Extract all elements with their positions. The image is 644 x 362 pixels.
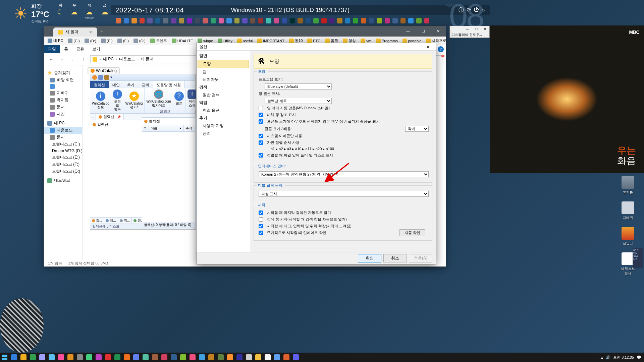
ribbon-tab-add[interactable]: 추가 — [123, 81, 138, 88]
minimize-button[interactable]: — — [463, 26, 472, 32]
taskbar-app[interactable] — [169, 353, 178, 362]
menu-view[interactable]: 보기 — [88, 46, 104, 52]
col-name[interactable]: 이름▲ — [149, 125, 184, 131]
taskbar-app[interactable] — [66, 353, 75, 362]
nav-item[interactable]: 다운로드 — [44, 127, 82, 134]
nav-item[interactable]: 로컬디스크 (C:) — [44, 141, 82, 148]
add-tab-button[interactable]: + — [97, 28, 107, 34]
menu-home[interactable]: 홈 — [60, 46, 72, 52]
maximize-button[interactable]: ☐ — [416, 26, 431, 36]
taskbar-app[interactable] — [207, 353, 216, 362]
sortfolder-checkbox[interactable] — [259, 153, 263, 158]
taskbar-app[interactable] — [197, 353, 207, 362]
nav-item-appearance[interactable]: 모양 — [198, 60, 249, 68]
nav-item[interactable]: 문서 — [44, 134, 82, 141]
nav-pc[interactable]: 내 PC — [44, 120, 82, 127]
taskbar-app[interactable] — [38, 353, 47, 362]
col-comment[interactable]: 주석 — [184, 125, 195, 131]
qat-dropdown-icon[interactable]: ▾ — [110, 75, 115, 80]
taskbar-app[interactable] — [178, 353, 188, 362]
bookmark-item[interactable]: 토렌트 — [149, 38, 169, 44]
ribbon-help-button[interactable]: !도움말 항목 — [111, 88, 124, 113]
altrow-checkbox[interactable] — [259, 113, 263, 117]
lastcol-checkbox[interactable] — [259, 210, 263, 215]
taskbar-app[interactable] — [160, 353, 169, 362]
explorer-tab[interactable]: 새 폴더 ✕ — [53, 27, 97, 37]
nav-network[interactable]: 네트워크 — [44, 177, 82, 184]
taskbar-app[interactable] — [122, 353, 131, 362]
bottom-tab[interactable]: 위... — [118, 218, 132, 224]
tray-icon[interactable]: 🔊 — [606, 355, 610, 360]
taskbar-app[interactable] — [75, 353, 85, 362]
ribbon-about-button[interactable]: iWinCatalog 정보 — [90, 88, 111, 113]
close-button[interactable]: ✕ — [481, 26, 489, 32]
fontsize-select[interactable]: 작게 — [405, 126, 429, 132]
language-select[interactable]: Korean 2 (한국어 번역 변형 2) (번역: 김영감™) — [259, 171, 429, 177]
taskbar-app[interactable] — [56, 353, 66, 362]
taskbar-app[interactable] — [28, 353, 38, 362]
notification-icon[interactable]: 💬 — [637, 355, 641, 360]
nav-item-layout[interactable]: 레이아웃 — [197, 76, 250, 83]
ok-button[interactable]: 확인 — [358, 254, 381, 262]
bookmark-item[interactable]: (G:) — [132, 38, 147, 44]
help-icon[interactable]: ? — [438, 46, 444, 52]
nav-item[interactable]: 로컬디스크 (E:) — [44, 154, 82, 161]
nav-item-search[interactable]: 일반 검색 — [197, 91, 250, 99]
search-checkbox[interactable] — [259, 217, 263, 222]
outlook-checkbox[interactable] — [259, 106, 263, 110]
document-tab[interactable]: 컬렉션📌 — [96, 114, 124, 120]
nav-item[interactable]: 바탕 화면 — [44, 76, 82, 83]
taskbar-app[interactable] — [244, 353, 254, 362]
maximize-button[interactable]: ☐ — [472, 26, 481, 32]
menu-file[interactable]: 파일 — [44, 45, 60, 53]
bottom-tab[interactable]: 컬... — [90, 218, 104, 224]
wincatalog-file[interactable]: WinCatalog — [88, 67, 120, 74]
caption-select[interactable]: 컬렉션 제목 — [265, 98, 332, 104]
bookmark-item[interactable]: (E:) — [99, 38, 114, 44]
start-button[interactable] — [0, 353, 9, 362]
taskbar-app[interactable] — [113, 353, 122, 362]
check-now-button[interactable]: 지금 확인 — [399, 229, 425, 236]
pin-icon[interactable]: 📌 — [117, 115, 121, 119]
app-icon[interactable] — [92, 75, 97, 80]
shortcut-icon[interactable]: 지빠귀 — [622, 201, 634, 220]
taskbar-app[interactable] — [141, 353, 150, 362]
bookmark-item[interactable]: 내 PC — [46, 38, 65, 44]
bookmark-item[interactable]: (C:) — [66, 38, 81, 44]
nav-favorites[interactable]: 즐겨찾기 — [44, 69, 82, 76]
taskbar-app[interactable] — [282, 353, 291, 362]
close-button[interactable]: ✕ — [431, 26, 446, 36]
taskbar-app[interactable] — [150, 353, 160, 362]
cancel-button[interactable]: 취소 — [383, 254, 407, 262]
taskbar-app[interactable] — [235, 353, 244, 362]
bottom-tab[interactable]: 태... — [104, 218, 118, 224]
sysicons-checkbox[interactable] — [259, 134, 263, 138]
col-check[interactable]: □ — [142, 125, 149, 131]
tray-clock[interactable]: 오전 8:12:05 — [613, 355, 634, 360]
ribbon-rate-button[interactable]: ★WinCatalog 평가! — [124, 88, 145, 113]
taskbar-app[interactable] — [47, 353, 56, 362]
taskbar-app[interactable] — [131, 353, 141, 362]
doubleclick-select[interactable]: 속성 표시 — [259, 191, 429, 197]
tab-prev-button[interactable]: ‹ — [90, 115, 96, 119]
taskbar-app[interactable] — [19, 353, 28, 362]
nav-item[interactable]: Dream WTG (D:) — [44, 148, 82, 154]
nav-item[interactable] — [44, 83, 82, 89]
shortcut-icon[interactable]: 신맛고 — [622, 227, 634, 246]
ribbon-tab-main[interactable]: 메인 — [109, 81, 123, 88]
taskbar-app[interactable] — [216, 353, 225, 362]
recycle-bin-icon[interactable]: 휴지통 — [622, 176, 634, 195]
up-button[interactable]: ↑ — [79, 57, 88, 62]
natsort-checkbox[interactable] — [259, 140, 263, 145]
taskbar-app[interactable] — [263, 353, 272, 362]
nav-item[interactable]: 문서 — [44, 104, 82, 111]
menu-share[interactable]: 공유 — [72, 46, 88, 52]
nav-item-custom[interactable]: 사용자 지정 — [197, 122, 250, 130]
back-button[interactable]: ← — [47, 57, 55, 62]
history-dropdown[interactable]: ⌄ — [69, 57, 77, 62]
taskbar-app[interactable] — [103, 353, 113, 362]
nav-item[interactable]: 휴지통 — [44, 97, 82, 104]
ribbon-question-button[interactable]: ?질문 — [173, 88, 185, 109]
tray-overflow-icon[interactable]: ▴ — [601, 355, 603, 360]
nav-item[interactable]: 지빠귀 — [44, 89, 82, 97]
